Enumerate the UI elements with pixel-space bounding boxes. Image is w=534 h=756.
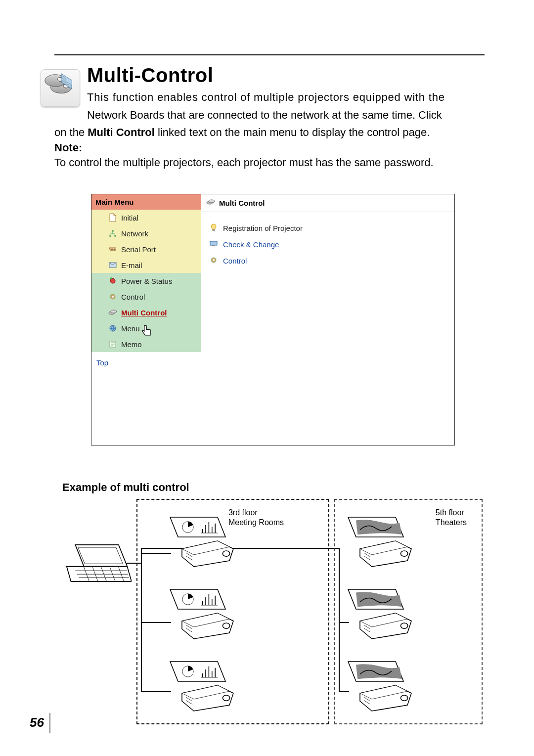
power-icon xyxy=(108,276,117,285)
menu-group-setup: Initial Network Serial Port E-mail xyxy=(91,210,201,273)
svg-point-4 xyxy=(112,230,114,232)
svg-point-18 xyxy=(209,200,215,203)
content-header-text: Multi Control xyxy=(219,199,265,207)
svg-point-14 xyxy=(111,310,117,313)
menu-label: Menu xyxy=(121,324,140,333)
content-header: Multi Control xyxy=(201,194,454,212)
menu-label: Top xyxy=(96,358,108,367)
svg-point-7 xyxy=(114,249,115,250)
note-text: To control the multiple projectors, each… xyxy=(54,155,485,170)
menu-group-control: Power & Status Control Multi Control xyxy=(91,273,201,352)
app-screenshot: Main Menu Initial Network Serial Port E-… xyxy=(91,194,455,445)
bulb-icon xyxy=(209,223,218,233)
page-title: Multi-Control xyxy=(87,64,485,87)
menu-label: Multi Control xyxy=(121,309,167,317)
zone-b-line1: 5th floor xyxy=(436,508,467,518)
menu-item-control[interactable]: Control xyxy=(91,289,201,305)
gear-icon xyxy=(108,292,117,301)
option-label: Registration of Projector xyxy=(223,224,303,232)
example-diagram: 3rd floor Meeting Rooms 5th floor Theate… xyxy=(62,499,468,726)
hand-cursor-icon xyxy=(140,324,154,338)
zone-b-label: 5th floor Theaters xyxy=(436,508,467,528)
svg-rect-21 xyxy=(212,245,215,246)
menu-label: Network xyxy=(121,229,148,238)
menu-label: Control xyxy=(121,293,145,301)
projectors-icon xyxy=(206,198,215,208)
menu-label: Memo xyxy=(121,340,142,349)
option-control[interactable]: Control xyxy=(209,256,451,266)
top-rule xyxy=(54,54,485,55)
content-body: Registration of Projector Check & Change… xyxy=(201,212,454,420)
svg-point-2 xyxy=(109,235,111,237)
menu-item-multi-control[interactable]: Multi Control xyxy=(91,305,201,320)
projectors-icon xyxy=(41,69,80,107)
menu-item-serial-port[interactable]: Serial Port xyxy=(91,241,201,257)
laptop-icon xyxy=(62,540,132,588)
body-before: on the xyxy=(54,126,88,138)
option-label: Check & Change xyxy=(223,240,279,249)
projector-unit xyxy=(344,648,423,722)
menu-item-power-status[interactable]: Power & Status xyxy=(91,273,201,289)
projectors-icon xyxy=(108,308,117,317)
svg-point-12 xyxy=(112,296,114,298)
svg-rect-20 xyxy=(210,241,217,245)
menu-item-network[interactable]: Network xyxy=(91,225,201,241)
page-number: 56 xyxy=(30,715,44,730)
body-after: linked text on the main menu to display … xyxy=(155,126,430,138)
intro-line-1: This function enables control of multipl… xyxy=(87,89,485,105)
content-panel: Multi Control Registration of Projector … xyxy=(201,194,454,445)
envelope-icon xyxy=(108,261,117,269)
menu-item-top[interactable]: Top xyxy=(91,352,201,373)
intro-line-2: Network Boards that are connected to the… xyxy=(87,107,485,123)
body-bold: Multi Control xyxy=(88,126,155,138)
globe-icon xyxy=(108,324,117,333)
menu-label: Initial xyxy=(121,214,138,222)
svg-point-3 xyxy=(114,235,116,237)
projector-unit xyxy=(166,648,245,722)
display-icon xyxy=(209,239,218,250)
svg-rect-19 xyxy=(213,229,215,231)
body-sentence: on the Multi Control linked text on the … xyxy=(54,125,485,140)
projector-unit xyxy=(166,576,245,650)
main-menu-header: Main Menu xyxy=(91,194,201,210)
projector-unit xyxy=(344,504,423,578)
content-footer-spacer xyxy=(201,420,454,445)
note-label: Note: xyxy=(54,141,485,154)
projector-unit xyxy=(344,576,423,650)
option-registration[interactable]: Registration of Projector xyxy=(209,223,451,233)
zone-b-line2: Theaters xyxy=(436,518,467,528)
menu-label: Power & Status xyxy=(121,277,172,285)
svg-point-23 xyxy=(213,259,215,261)
menu-spacer xyxy=(91,373,201,445)
network-icon xyxy=(108,229,117,238)
option-label: Control xyxy=(223,257,247,265)
svg-point-6 xyxy=(112,249,113,250)
example-heading: Example of multi control xyxy=(62,481,485,494)
menu-label: Serial Port xyxy=(121,245,156,254)
menu-item-initial[interactable]: Initial xyxy=(91,210,201,225)
menu-item-memo[interactable]: Memo xyxy=(91,336,201,352)
main-menu: Main Menu Initial Network Serial Port E-… xyxy=(91,194,201,445)
gear-icon xyxy=(209,256,218,266)
manual-page: Multi-Control This function enables cont… xyxy=(0,0,534,756)
projector-unit xyxy=(166,504,245,578)
option-check-change[interactable]: Check & Change xyxy=(209,239,451,250)
serial-icon xyxy=(108,245,117,254)
svg-point-5 xyxy=(111,249,112,250)
menu-label: E-mail xyxy=(121,261,142,269)
page-icon xyxy=(108,213,117,222)
svg-point-10 xyxy=(110,277,112,279)
menu-item-email[interactable]: E-mail xyxy=(91,257,201,273)
memo-icon xyxy=(108,340,117,349)
section-header: Multi-Control This function enables cont… xyxy=(54,64,485,123)
